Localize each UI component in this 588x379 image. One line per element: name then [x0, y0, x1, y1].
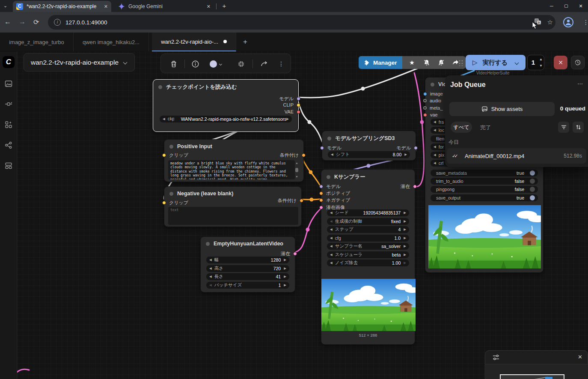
node-positive-prompt[interactable]: Positive Input クリップ 条件付け meadow under a … — [164, 139, 304, 182]
audio-slot-dot[interactable] — [423, 99, 427, 102]
prev-arrow-icon[interactable]: ◀ — [209, 258, 212, 262]
node-negative-prompt[interactable]: Negative (leave blank) クリップ 条件付け — [164, 186, 302, 227]
input-negative[interactable]: ネガティブ — [319, 197, 350, 203]
sort-button[interactable] — [573, 122, 584, 133]
workflow-name-dropdown[interactable]: wan2.2-t2v-rapid-aio-example — [24, 53, 135, 72]
manager-button[interactable]: Manager — [359, 56, 402, 69]
vae-slot-dot[interactable] — [297, 110, 300, 114]
prev-arrow-icon[interactable]: ◀ — [434, 161, 436, 165]
sidebar-assets-button[interactable] — [4, 80, 13, 88]
output-conditioning[interactable]: 条件付け — [280, 152, 306, 158]
prev-arrow-icon[interactable]: ◀ — [330, 261, 333, 265]
delete-button[interactable] — [168, 54, 180, 74]
queue-count-input[interactable]: 1 ▲ ▼ — [527, 55, 544, 70]
conditioning-slot-dot[interactable] — [319, 191, 323, 195]
toggle-knob[interactable] — [530, 187, 535, 192]
prev-arrow-icon[interactable]: ◀ — [434, 153, 436, 157]
workflow-tab-2[interactable]: qwen image_hikaku2... — [74, 33, 149, 51]
job-queue-item[interactable]: ✓✓ AnimateDiff_00012.mp4 512.98s — [447, 148, 586, 164]
seed-widget[interactable]: ◀シード192054348835137▶ — [327, 209, 409, 216]
show-assets-button[interactable]: Show assets — [449, 102, 555, 116]
shift-widget[interactable]: ◀ シフト 8.00 ▶ — [328, 151, 410, 158]
conditioning-slot-dot[interactable] — [302, 153, 306, 157]
scheduler-widget[interactable]: ◀スケジューラbeta▶ — [327, 251, 409, 258]
count-increment-icon[interactable]: ▲ — [539, 57, 543, 61]
profile-avatar[interactable] — [563, 17, 573, 27]
comfyui-logo[interactable]: C — [3, 56, 15, 68]
tab-all[interactable]: すべて — [451, 122, 472, 133]
toggle-knob[interactable] — [530, 179, 535, 184]
info-button[interactable] — [189, 54, 201, 74]
output-model[interactable]: モデル — [279, 95, 300, 102]
latent-slot-dot[interactable] — [413, 185, 417, 188]
next-arrow-icon[interactable]: ▶ — [404, 261, 406, 265]
clip-slot-dot[interactable] — [162, 201, 166, 205]
prev-arrow-icon[interactable]: ◀ — [330, 245, 333, 248]
cfg-widget[interactable]: ◀cfg1.0▶ — [327, 235, 409, 242]
clip-slot-dot[interactable] — [162, 153, 166, 157]
bookmark-star-icon[interactable]: ☆ — [547, 18, 553, 26]
back-button[interactable]: ← — [4, 18, 11, 26]
node-model-sampling-sd3[interactable]: モデルサンプリングSD3 モデル モデル ◀ シフト 8.00 ▶ — [322, 131, 416, 161]
width-widget[interactable]: ◀幅1280▶ — [206, 257, 289, 263]
next-arrow-icon[interactable]: ▶ — [404, 153, 407, 156]
model-slot-dot[interactable] — [297, 97, 300, 101]
input-model[interactable]: モデル — [320, 145, 342, 151]
save-output-toggle[interactable]: save_outputtrue — [431, 194, 538, 201]
tab-search-chevron-icon[interactable]: ⌄ — [3, 3, 7, 9]
prev-arrow-icon[interactable]: ◀ — [330, 220, 333, 223]
length-widget[interactable]: ◀長さ41▶ — [206, 273, 289, 280]
prev-arrow-icon[interactable]: ◀ — [434, 145, 436, 149]
sidebar-layout-button[interactable] — [4, 161, 13, 170]
window-minimize-button[interactable]: ─ — [544, 0, 559, 12]
output-conditioning[interactable]: 条件付け — [278, 197, 303, 204]
toolbar-menu-button[interactable]: ⋮ — [276, 54, 287, 74]
close-tab-icon[interactable]: ✕ — [104, 4, 108, 9]
next-arrow-icon[interactable]: ▶ — [404, 220, 406, 223]
denoise-widget[interactable]: ◀ノイズ除去1.00▶ — [327, 260, 409, 266]
control-after-generate-widget[interactable]: ◀生成後の制御fixed▶ — [327, 218, 409, 225]
conditioning-slot-dot[interactable] — [319, 198, 323, 202]
minimap-viewport[interactable] — [500, 374, 564, 379]
redo-button[interactable] — [258, 54, 270, 74]
workflow-tab-1[interactable]: image_z_image_turbo — [0, 33, 74, 51]
next-arrow-icon[interactable]: ▶ — [404, 236, 406, 240]
prev-arrow-icon[interactable]: ◀ — [209, 267, 212, 270]
address-bar[interactable]: i 127.0.0.1:49000 Gあ ☆ — [48, 15, 555, 30]
latent-slot-dot[interactable] — [319, 206, 323, 209]
next-arrow-icon[interactable]: ▶ — [404, 253, 406, 257]
cancel-button[interactable]: ✕ — [554, 56, 567, 69]
steps-widget[interactable]: ◀ステップ4▶ — [327, 226, 409, 233]
output-latent[interactable]: 潜在 — [401, 183, 417, 190]
input-clip[interactable]: クリップ — [162, 152, 188, 158]
pingpong-toggle[interactable]: pingpongfalse — [431, 186, 538, 193]
node-load-checkpoint[interactable]: チェックポイントを読み込む モデル CLIP VAE ◀ ckpt名 WAN\w… — [153, 79, 299, 132]
collapse-dot[interactable] — [169, 192, 173, 196]
meta-slot-dot[interactable] — [423, 106, 427, 110]
chevron-down-icon[interactable] — [515, 60, 519, 65]
input-image[interactable]: image — [423, 91, 443, 96]
job-queue-menu-button[interactable]: ⋯ — [577, 81, 583, 87]
negative-prompt-textarea[interactable] — [168, 207, 298, 225]
toggle-knob[interactable] — [530, 170, 535, 176]
latent-slot-dot[interactable] — [293, 252, 297, 256]
next-arrow-icon[interactable]: ▶ — [404, 245, 406, 248]
collapse-dot[interactable] — [431, 83, 434, 87]
bell-slash-button[interactable] — [434, 60, 448, 66]
model-slot-dot[interactable] — [319, 185, 323, 188]
minimap-body[interactable] — [486, 365, 588, 379]
star-button[interactable]: ★ — [405, 59, 419, 66]
positive-prompt-textarea[interactable]: meadow under a bright blue sky with fluf… — [168, 160, 295, 179]
batch-size-widget[interactable]: ◀バッチサイズ1▶ — [206, 282, 289, 289]
input-audio[interactable]: audio — [423, 98, 441, 103]
next-arrow-icon[interactable]: ▶ — [284, 284, 286, 287]
prev-arrow-icon[interactable]: ◀ — [209, 284, 212, 287]
run-button[interactable]: ▷ 実行する — [466, 55, 526, 70]
new-tab-button[interactable]: + — [220, 2, 229, 10]
collapse-dot[interactable] — [158, 85, 162, 89]
prev-arrow-icon[interactable]: ◀ — [331, 153, 333, 156]
next-arrow-icon[interactable]: ▶ — [284, 267, 286, 270]
toggle-knob[interactable] — [530, 195, 535, 200]
browser-tab-comfyui[interactable]: *wan2.2-t2v-rapid-aio-example ✕ — [13, 1, 111, 12]
node-empty-hunyuan-latent-video[interactable]: EmptyHunyuanLatentVideo 潜在 ◀幅1280▶ ◀高さ72… — [200, 236, 295, 292]
